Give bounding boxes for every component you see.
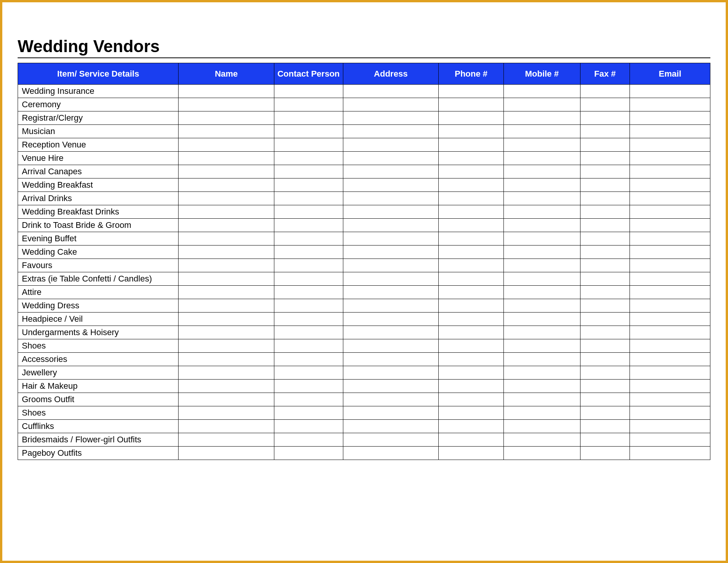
cell-fax[interactable]: [580, 205, 630, 219]
cell-name[interactable]: [179, 245, 274, 259]
cell-fax[interactable]: [580, 85, 630, 98]
cell-fax[interactable]: [580, 433, 630, 447]
cell-email[interactable]: [630, 125, 710, 138]
cell-name[interactable]: [179, 259, 274, 272]
cell-name[interactable]: [179, 353, 274, 366]
cell-item[interactable]: Venue Hire: [18, 152, 179, 165]
cell-address[interactable]: [343, 232, 439, 245]
cell-name[interactable]: [179, 393, 274, 406]
cell-address[interactable]: [343, 380, 439, 393]
cell-email[interactable]: [630, 366, 710, 380]
cell-email[interactable]: [630, 232, 710, 245]
cell-mobile[interactable]: [503, 272, 580, 286]
cell-item[interactable]: Hair & Makeup: [18, 380, 179, 393]
cell-fax[interactable]: [580, 259, 630, 272]
cell-phone[interactable]: [439, 138, 504, 152]
cell-mobile[interactable]: [503, 165, 580, 178]
cell-fax[interactable]: [580, 152, 630, 165]
cell-phone[interactable]: [439, 433, 504, 447]
cell-mobile[interactable]: [503, 138, 580, 152]
cell-mobile[interactable]: [503, 380, 580, 393]
cell-address[interactable]: [343, 152, 439, 165]
cell-mobile[interactable]: [503, 433, 580, 447]
cell-address[interactable]: [343, 138, 439, 152]
cell-phone[interactable]: [439, 232, 504, 245]
cell-address[interactable]: [343, 299, 439, 313]
cell-mobile[interactable]: [503, 406, 580, 420]
cell-address[interactable]: [343, 339, 439, 353]
cell-address[interactable]: [343, 406, 439, 420]
cell-fax[interactable]: [580, 299, 630, 313]
cell-mobile[interactable]: [503, 339, 580, 353]
cell-email[interactable]: [630, 433, 710, 447]
cell-name[interactable]: [179, 366, 274, 380]
cell-email[interactable]: [630, 178, 710, 192]
cell-email[interactable]: [630, 259, 710, 272]
cell-contact[interactable]: [274, 272, 343, 286]
cell-address[interactable]: [343, 433, 439, 447]
cell-mobile[interactable]: [503, 299, 580, 313]
cell-email[interactable]: [630, 313, 710, 326]
cell-mobile[interactable]: [503, 393, 580, 406]
cell-address[interactable]: [343, 178, 439, 192]
cell-fax[interactable]: [580, 339, 630, 353]
cell-phone[interactable]: [439, 339, 504, 353]
cell-name[interactable]: [179, 326, 274, 339]
cell-address[interactable]: [343, 85, 439, 98]
cell-mobile[interactable]: [503, 447, 580, 460]
cell-item[interactable]: Wedding Dress: [18, 299, 179, 313]
cell-contact[interactable]: [274, 85, 343, 98]
cell-contact[interactable]: [274, 178, 343, 192]
cell-fax[interactable]: [580, 286, 630, 299]
cell-item[interactable]: Wedding Cake: [18, 245, 179, 259]
cell-name[interactable]: [179, 339, 274, 353]
cell-phone[interactable]: [439, 205, 504, 219]
cell-phone[interactable]: [439, 85, 504, 98]
cell-email[interactable]: [630, 326, 710, 339]
cell-address[interactable]: [343, 205, 439, 219]
cell-phone[interactable]: [439, 111, 504, 125]
cell-item[interactable]: Registrar/Clergy: [18, 111, 179, 125]
cell-item[interactable]: Favours: [18, 259, 179, 272]
cell-mobile[interactable]: [503, 111, 580, 125]
cell-email[interactable]: [630, 339, 710, 353]
cell-mobile[interactable]: [503, 85, 580, 98]
cell-contact[interactable]: [274, 125, 343, 138]
cell-address[interactable]: [343, 286, 439, 299]
cell-fax[interactable]: [580, 245, 630, 259]
cell-contact[interactable]: [274, 447, 343, 460]
cell-name[interactable]: [179, 98, 274, 111]
cell-fax[interactable]: [580, 393, 630, 406]
cell-phone[interactable]: [439, 313, 504, 326]
cell-address[interactable]: [343, 259, 439, 272]
cell-item[interactable]: Accessories: [18, 353, 179, 366]
cell-name[interactable]: [179, 178, 274, 192]
cell-name[interactable]: [179, 286, 274, 299]
cell-name[interactable]: [179, 380, 274, 393]
cell-email[interactable]: [630, 420, 710, 433]
cell-name[interactable]: [179, 447, 274, 460]
cell-item[interactable]: Evening Buffet: [18, 232, 179, 245]
cell-email[interactable]: [630, 286, 710, 299]
cell-fax[interactable]: [580, 219, 630, 232]
cell-fax[interactable]: [580, 420, 630, 433]
cell-item[interactable]: Headpiece / Veil: [18, 313, 179, 326]
cell-phone[interactable]: [439, 272, 504, 286]
cell-item[interactable]: Reception Venue: [18, 138, 179, 152]
cell-fax[interactable]: [580, 232, 630, 245]
cell-phone[interactable]: [439, 380, 504, 393]
cell-phone[interactable]: [439, 98, 504, 111]
cell-phone[interactable]: [439, 366, 504, 380]
cell-contact[interactable]: [274, 219, 343, 232]
cell-email[interactable]: [630, 138, 710, 152]
cell-name[interactable]: [179, 406, 274, 420]
cell-address[interactable]: [343, 125, 439, 138]
cell-mobile[interactable]: [503, 420, 580, 433]
cell-contact[interactable]: [274, 111, 343, 125]
cell-fax[interactable]: [580, 111, 630, 125]
cell-email[interactable]: [630, 219, 710, 232]
cell-fax[interactable]: [580, 178, 630, 192]
cell-mobile[interactable]: [503, 192, 580, 205]
cell-fax[interactable]: [580, 98, 630, 111]
cell-address[interactable]: [343, 366, 439, 380]
